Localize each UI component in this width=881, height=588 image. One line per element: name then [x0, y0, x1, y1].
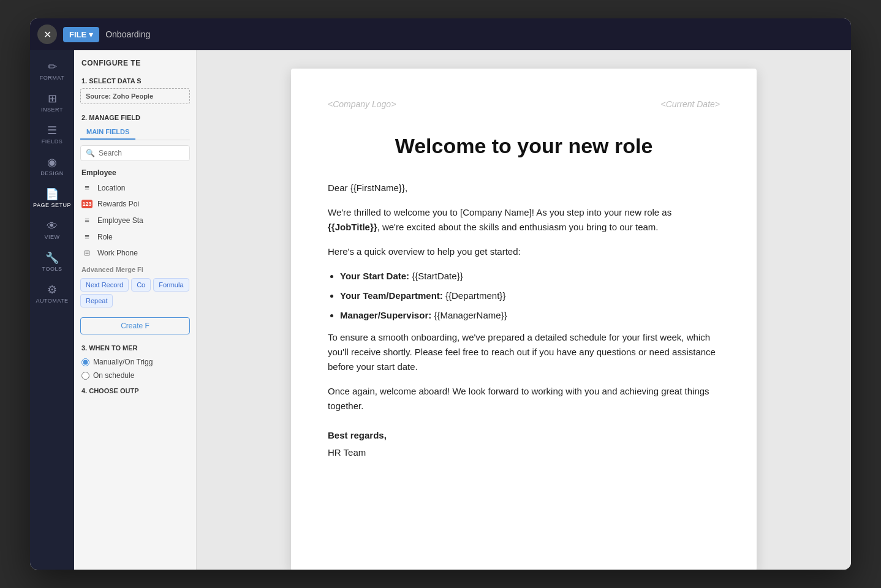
design-icon: ◉ [47, 157, 57, 168]
top-bar: ✕ FILE ▾ Onboarding [30, 18, 851, 50]
doc-bullet-list: Your Start Date: {{StartDate}} Your Team… [340, 269, 720, 323]
next-record-button[interactable]: Next Record [80, 278, 129, 292]
bullet-bold-2: Your Team/Department: [340, 290, 443, 301]
sidebar-label-format: FORMAT [40, 75, 64, 81]
field-item-employee-sta[interactable]: ≡ Employee Sta [74, 212, 196, 228]
radio-schedule-input[interactable] [81, 372, 89, 380]
sidebar-label-insert: INSERT [41, 107, 63, 113]
format-icon: ✏ [48, 61, 57, 72]
sidebar-label-page-setup: PAGE SETUP [33, 202, 71, 208]
file-menu-button[interactable]: FILE ▾ [63, 27, 99, 42]
company-logo-placeholder: <Company Logo> [328, 99, 396, 109]
sidebar-item-tools[interactable]: 🔧 TOOLS [30, 246, 74, 278]
merge-buttons: Next Record Co Formula Repeat [74, 276, 196, 312]
search-icon: 🔍 [86, 149, 95, 157]
source-box: Source: Zoho People [80, 88, 190, 104]
list-item-manager: Manager/Supervisor: {{ManagerName}} [340, 308, 720, 323]
list-icon-employee-sta: ≡ [81, 216, 93, 225]
configure-panel: CONFIGURE TE 1. SELECT DATA S Source: Zo… [74, 50, 197, 570]
doc-regards: Best regards, [328, 428, 720, 443]
close-button[interactable]: ✕ [37, 24, 57, 44]
field-group-label: Employee [74, 166, 196, 179]
field-item-location[interactable]: ≡ Location [74, 179, 196, 196]
source-prefix: Source: [86, 92, 111, 100]
document-preview: <Company Logo> <Current Date> Welcome to… [197, 50, 851, 570]
list-item-team: Your Team/Department: {{Department}} [340, 288, 720, 303]
doc-para1-bold: {{JobTitle}} [328, 222, 377, 232]
doc-para1-suffix: , we're excited about the skills and ent… [377, 222, 659, 232]
fields-tabs: MAIN FIELDS [80, 125, 190, 140]
section1-title: 1. SELECT DATA S [74, 72, 196, 88]
co-button[interactable]: Co [131, 278, 151, 292]
field-label-role: Role [97, 233, 113, 241]
insert-icon: ⊞ [48, 93, 57, 104]
field-label-work-phone: Work Phone [97, 249, 138, 257]
doc-signature: Best regards, HR Team [328, 428, 720, 460]
section4-title: 4. CHOOSE OUTP [74, 382, 196, 398]
app-window: ✕ FILE ▾ Onboarding ✏ FORMAT ⊞ INSERT ☰ … [30, 18, 851, 570]
sidebar-label-tools: TOOLS [42, 266, 62, 272]
doc-para2: Here's a quick overview to help you get … [328, 244, 720, 259]
automate-icon: ⚙ [47, 284, 57, 295]
formula-button[interactable]: Formula [153, 278, 189, 292]
search-input[interactable] [99, 149, 184, 157]
sidebar-label-view: VIEW [44, 234, 59, 240]
page-setup-icon: 📄 [45, 189, 59, 200]
doc-signature-name: HR Team [328, 445, 720, 460]
bullet-text-3: {{ManagerName}} [431, 310, 507, 320]
sidebar-item-page-setup[interactable]: 📄 PAGE SETUP [30, 183, 74, 214]
field-item-role[interactable]: ≡ Role [74, 228, 196, 245]
sidebar-item-insert[interactable]: ⊞ INSERT [30, 87, 74, 119]
sidebar-item-design[interactable]: ◉ DESIGN [30, 151, 74, 183]
doc-greeting: Dear {{FirstName}}, [328, 181, 720, 195]
sidebar-item-view[interactable]: 👁 VIEW [30, 214, 74, 246]
radio-manually[interactable]: Manually/On Trigg [74, 355, 196, 369]
advanced-merge-label: Advanced Merge Fi [74, 261, 196, 276]
file-chevron: ▾ [89, 30, 93, 39]
document-title: Onboarding [105, 29, 150, 39]
sidebar-item-fields[interactable]: ☰ FIELDS [30, 119, 74, 151]
sidebar-label-fields: FIELDS [42, 138, 63, 145]
field-item-work-phone[interactable]: ⊟ Work Phone [74, 245, 196, 261]
tab-main-fields[interactable]: MAIN FIELDS [80, 125, 135, 140]
field-label-rewards: Rewards Poi [97, 200, 139, 208]
section3-title: 3. WHEN TO MER [74, 339, 196, 355]
document-title-heading: Welcome to your new role [328, 134, 720, 159]
file-label: FILE [69, 30, 86, 39]
bullet-bold-3: Manager/Supervisor: [340, 310, 431, 320]
bullet-text-1: {{StartDate}} [409, 271, 463, 281]
tools-icon: 🔧 [45, 252, 59, 263]
field-label-employee-sta: Employee Sta [97, 216, 143, 225]
field-label-location: Location [97, 184, 125, 192]
sidebar-label-design: DESIGN [40, 170, 64, 176]
current-date-placeholder: <Current Date> [661, 99, 720, 109]
field-item-rewards[interactable]: 123 Rewards Poi [74, 196, 196, 212]
list-icon-location: ≡ [81, 183, 93, 192]
bullet-bold-1: Your Start Date: [340, 271, 409, 281]
search-box: 🔍 [80, 145, 190, 161]
sidebar-item-format[interactable]: ✏ FORMAT [30, 55, 74, 87]
document-body: Dear {{FirstName}}, We're thrilled to we… [328, 181, 720, 460]
create-button[interactable]: Create F [80, 317, 190, 334]
repeat-button[interactable]: Repeat [80, 294, 113, 307]
section2-title: 2. MANAGE FIELD [74, 109, 196, 125]
radio-manually-input[interactable] [81, 358, 89, 366]
sidebar-label-automate: AUTOMATE [36, 298, 68, 304]
radio-schedule[interactable]: On schedule [74, 369, 196, 382]
doc-para1-prefix: We're thrilled to welcome you to [Compan… [328, 207, 671, 217]
create-btn-row: Create F [74, 312, 196, 339]
doc-para3: To ensure a smooth onboarding, we've pre… [328, 330, 720, 374]
radio-schedule-label: On schedule [93, 371, 134, 380]
list-item-start-date: Your Start Date: {{StartDate}} [340, 269, 720, 284]
phone-icon-work-phone: ⊟ [81, 249, 93, 257]
bullet-text-2: {{Department}} [443, 290, 506, 301]
doc-header: <Company Logo> <Current Date> [328, 99, 720, 109]
list-icon-role: ≡ [81, 232, 93, 241]
view-icon: 👁 [47, 221, 58, 232]
configure-title: CONFIGURE TE [74, 50, 196, 72]
radio-manually-label: Manually/On Trigg [93, 358, 153, 366]
document-page: <Company Logo> <Current Date> Welcome to… [291, 69, 757, 570]
doc-para4: Once again, welcome aboard! We look forw… [328, 384, 720, 413]
fields-icon: ☰ [47, 125, 57, 136]
sidebar-item-automate[interactable]: ⚙ AUTOMATE [30, 278, 74, 310]
